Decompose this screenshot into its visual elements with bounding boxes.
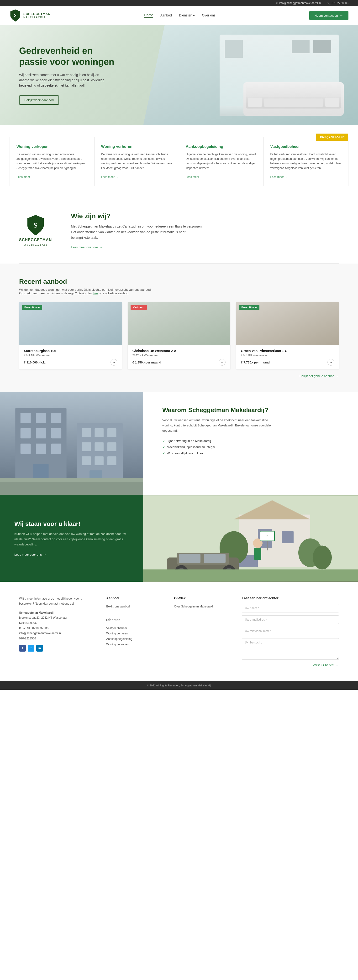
bekijk-aanbod-link[interactable]: Bekijk het gehele aanbod → [299, 374, 339, 378]
svg-rect-15 [94, 428, 104, 438]
why-description: Voor al uw wensen omtrent uw huidige of … [162, 418, 277, 433]
email-link[interactable]: info@scheggetmanmakelaardij.nl [279, 2, 321, 5]
hero-description: Wij beslissen samen met u wat er nodig i… [19, 72, 110, 88]
form-email-field [242, 615, 339, 624]
form-message-field [242, 638, 339, 660]
service-title-verkopen: Woning verkopen [16, 145, 88, 149]
property-arrow-3[interactable]: → [328, 359, 334, 366]
property-title-3: Groen Van Prinstererlaan 1-C [241, 349, 334, 353]
form-phone-input[interactable] [242, 627, 339, 635]
footer-company-name: Scheggetman Makelaardij [19, 611, 54, 614]
property-price-2: € 1.950,- per maand [133, 361, 161, 364]
footer-col-contact: Laat een bericht achter Verstuur bericht… [242, 596, 339, 667]
contact-button[interactable]: Neem contact op → [309, 11, 348, 20]
property-arrow-1[interactable]: → [110, 359, 117, 366]
svg-rect-10 [36, 444, 46, 454]
footer-aanbod-title: Aanbod [106, 596, 165, 600]
aanbod-link[interactable]: hier [93, 291, 98, 295]
nav-home[interactable]: Home [144, 13, 153, 18]
service-card-verkopen: Woning verkopen De verkoop van uw woning… [10, 137, 94, 186]
form-email-input[interactable] [242, 615, 339, 624]
nav-diensten[interactable]: Diensten ▾ [179, 13, 195, 18]
hero-cta-button[interactable]: Bekijk woningaanbod [19, 95, 59, 105]
svg-rect-47 [267, 541, 268, 550]
recent-section: Recent aanbod Wij denken dat deze woning… [0, 264, 358, 392]
service-link-verkopen[interactable]: Lees meer → [16, 175, 88, 179]
footer-col-links: Aanbod Bekijk ons aanbod Diensten Vastgo… [106, 596, 165, 667]
svg-rect-12 [33, 464, 48, 479]
footer-diensten-title: Diensten [106, 618, 165, 622]
svg-rect-25 [0, 482, 143, 495]
logo-shield-icon: S [10, 9, 21, 22]
footer: Wilt u meer informatie of de mogelijkhed… [0, 582, 358, 681]
footer-bottom: © 2021 All Rights Reserved, Scheggetman … [0, 681, 358, 690]
property-badge-1: Beschikbaar [22, 305, 42, 310]
facebook-icon[interactable]: f [19, 645, 26, 652]
cta-left: Wij staan voor u klaar! Kunnen wij u hel… [0, 495, 143, 582]
property-badge-3: Beschikbaar [239, 305, 259, 310]
why-item-3: ✓ Wij staan altijd voor u klaar [162, 452, 339, 455]
footer-diensten-link2[interactable]: Woning verhuren [106, 631, 165, 636]
footer-grid: Wilt u meer informatie of de mogelijkhed… [19, 596, 339, 667]
form-message-input[interactable] [242, 638, 339, 660]
service-card-vastgoed: Breng een bod uit Vastgoedbeheer Bij het… [264, 137, 348, 186]
cta-title: Wij staan voor u klaar! [14, 520, 129, 528]
nav-diensten-link[interactable]: Diensten [179, 13, 192, 18]
property-price-row-3: € 7.750,- per maand → [241, 359, 334, 366]
form-name-field [242, 604, 339, 612]
why-building-image [0, 392, 143, 495]
building-svg [0, 392, 143, 495]
email-icon: ✉ [276, 2, 278, 5]
nav-over-ons[interactable]: Over ons [202, 13, 216, 18]
bring-offer-button[interactable]: Breng een bod uit [316, 134, 348, 141]
form-submit-button[interactable]: Verstuur bericht → [313, 663, 339, 667]
service-link-vastgoed[interactable]: Lees meer → [270, 175, 342, 179]
property-price-1: € 310.000,- k.k. [24, 361, 46, 364]
footer-diensten-link4[interactable]: Woning verkopen [106, 642, 165, 647]
phone-link[interactable]: 070-2228506 [331, 2, 348, 5]
service-card-verhuren: Woning verhuren De wens om je woning te … [94, 137, 179, 186]
form-name-input[interactable] [242, 604, 339, 612]
why-item-2: ✓ Meedenkend, oplossend en integer [162, 445, 339, 449]
cta-description: Kunnen wij u helpen met de verkoop van u… [14, 531, 129, 547]
who-brand-name: SCHEGGETMAN [19, 238, 52, 242]
who-content: Wie zijn wij? Met Scheggetman Makelaardi… [71, 212, 205, 249]
service-link-verhuren[interactable]: Lees meer → [101, 175, 172, 179]
cta-link[interactable]: Lees meer over ons → [14, 553, 129, 557]
footer-aanbod-link1[interactable]: Bekijk ons aanbod [106, 604, 165, 609]
who-brand-sub: MAKELAARDIJ [24, 244, 47, 247]
recent-title: Recent aanbod [19, 278, 339, 285]
twitter-icon[interactable]: t [28, 645, 34, 652]
service-link-aankoop[interactable]: Lees meer → [186, 175, 257, 179]
who-logo: S SCHEGGETMAN MAKELAARDIJ [19, 215, 52, 247]
check-icon-1: ✓ [162, 439, 165, 443]
footer-diensten-link3[interactable]: Aankoopbegeleiding [106, 636, 165, 642]
svg-rect-5 [51, 413, 61, 423]
hero-title: Gedrevenheid en passie voor woningen [19, 46, 115, 67]
footer-contact-title: Laat een bericht achter [242, 596, 339, 600]
svg-rect-7 [36, 428, 46, 439]
services-grid: Woning verkopen De verkoop van uw woning… [10, 137, 348, 186]
linkedin-icon[interactable]: in [36, 645, 43, 652]
svg-rect-11 [51, 444, 61, 454]
footer-ontdek-link1[interactable]: Over Scheggetman Makelaardij [174, 604, 232, 609]
property-title-1: Starrenburglaan 106 [24, 349, 117, 353]
cta-right-image: S [143, 495, 358, 582]
cta-section: Wij staan voor u klaar! Kunnen wij u hel… [0, 495, 358, 582]
footer-diensten-link1[interactable]: Vastgoedbeheer [106, 625, 165, 631]
property-title-2: Christiaan De Wetstraat 2-A [133, 349, 226, 353]
svg-rect-4 [36, 413, 46, 423]
hero-section: Gedrevenheid en passie voor woningen Wij… [0, 25, 358, 125]
who-shield-icon: S [26, 215, 45, 236]
check-icon-3: ✓ [162, 452, 165, 455]
property-info-3: Groen Van Prinstererlaan 1-C 2243 BB Was… [236, 345, 339, 369]
nav-aanbod[interactable]: Aanbod [160, 13, 172, 18]
svg-rect-20 [82, 456, 91, 465]
svg-rect-17 [82, 442, 91, 452]
main-nav: Home Aanbod Diensten ▾ Over ons [144, 13, 216, 18]
service-title-verhuren: Woning verhuren [101, 145, 172, 149]
hero-content: Gedrevenheid en passie voor woningen Wij… [0, 27, 134, 124]
who-link[interactable]: Lees meer over ons → [71, 245, 205, 249]
property-arrow-2[interactable]: → [219, 359, 225, 366]
svg-rect-18 [94, 442, 104, 452]
